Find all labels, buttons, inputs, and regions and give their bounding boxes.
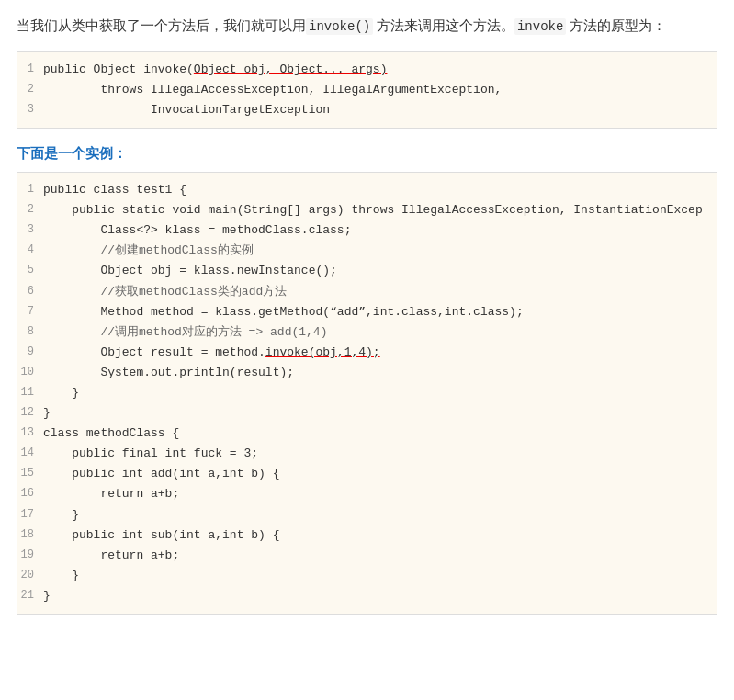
code2-line-5: 5 Object obj = klass.newInstance();	[17, 261, 717, 281]
line-num: 12	[17, 403, 43, 422]
code2-line-13: 13 class methodClass {	[17, 423, 717, 444]
line-content: public static void main(String[] args) t…	[43, 200, 717, 220]
code2-line-12: 12 }	[17, 403, 717, 423]
line-content: //调用method对应的方法 => add(1,4)	[43, 322, 717, 343]
line-content: //获取methodClass类的add方法	[43, 282, 717, 302]
line-num: 7	[17, 302, 43, 321]
code2-line-1: 1 public class test1 {	[17, 180, 717, 200]
code2-line-20: 20 }	[17, 566, 717, 586]
line-num: 3	[17, 100, 43, 119]
code2-line-14: 14 public final int fuck = 3;	[17, 444, 717, 464]
code2-line-3: 3 Class<?> klass = methodClass.class;	[17, 220, 717, 241]
section2-label: 下面是一个实例：	[17, 145, 717, 163]
code-block-1: 1 public Object invoke(Object obj, Objec…	[17, 51, 717, 129]
code2-line-17: 17 }	[17, 505, 717, 525]
line-content: }	[43, 586, 717, 606]
code-line-1-1: 1 public Object invoke(Object obj, Objec…	[17, 60, 717, 80]
intro-text2: 方法来调用这个方法。	[373, 18, 514, 33]
line-num: 21	[17, 586, 43, 604]
line-num: 8	[17, 322, 43, 341]
intro-paragraph: 当我们从类中获取了一个方法后，我们就可以用invoke() 方法来调用这个方法。…	[17, 15, 717, 39]
code-line-1-2: 2 throws IllegalAccessException, Illegal…	[17, 80, 717, 100]
line-num: 10	[17, 363, 43, 381]
code2-line-21: 21 }	[17, 586, 717, 606]
code2-line-18: 18 public int sub(int a,int b) {	[17, 525, 717, 546]
code2-line-10: 10 System.out.println(result);	[17, 363, 717, 383]
line-num: 3	[17, 220, 43, 239]
line-num: 20	[17, 566, 43, 584]
line-content: }	[43, 403, 717, 423]
line-num: 6	[17, 282, 43, 300]
line-content: InvocationTargetException	[43, 100, 717, 120]
line-content: }	[43, 566, 717, 586]
line-content: class methodClass {	[43, 423, 717, 444]
code2-line-19: 19 return a+b;	[17, 546, 717, 566]
line-content: }	[43, 383, 717, 403]
line-num: 9	[17, 343, 43, 361]
line-num: 4	[17, 241, 43, 259]
line-content: }	[43, 505, 717, 525]
intro-text3: 方法的原型为：	[566, 18, 666, 33]
line-num: 2	[17, 200, 43, 219]
intro-code1: invoke()	[306, 18, 373, 35]
line-num: 1	[17, 60, 43, 78]
code-block-2: 1 public class test1 { 2 public static v…	[17, 172, 717, 615]
line-num: 19	[17, 546, 43, 564]
line-num: 16	[17, 484, 43, 502]
line-num: 13	[17, 423, 43, 442]
line-num: 15	[17, 464, 43, 482]
line-content: public class test1 {	[43, 180, 717, 200]
code-line-1-3: 3 InvocationTargetException	[17, 100, 717, 120]
line-num: 5	[17, 261, 43, 279]
intro-code2: invoke	[514, 18, 566, 35]
line-content: Method method = klass.getMethod(“add”,in…	[43, 302, 717, 322]
line-num: 11	[17, 383, 43, 401]
line-content: public int sub(int a,int b) {	[43, 525, 717, 546]
line-num: 1	[17, 180, 43, 198]
code2-line-6: 6 //获取methodClass类的add方法	[17, 282, 717, 302]
line-content: public final int fuck = 3;	[43, 444, 717, 464]
line-content: Object result = method.invoke(obj,1,4);	[43, 343, 717, 363]
line-content: return a+b;	[43, 546, 717, 566]
line-content: Class<?> klass = methodClass.class;	[43, 220, 717, 241]
line-content: Object obj = klass.newInstance();	[43, 261, 717, 281]
line-num: 14	[17, 444, 43, 462]
code2-line-2: 2 public static void main(String[] args)…	[17, 200, 717, 220]
line-content: return a+b;	[43, 484, 717, 504]
line-content: public int add(int a,int b) {	[43, 464, 717, 484]
code2-line-7: 7 Method method = klass.getMethod(“add”,…	[17, 302, 717, 322]
code2-line-9: 9 Object result = method.invoke(obj,1,4)…	[17, 343, 717, 363]
line-num: 2	[17, 80, 43, 98]
line-content: System.out.println(result);	[43, 363, 717, 383]
line-num: 18	[17, 525, 43, 544]
line-num: 17	[17, 505, 43, 524]
intro-text1: 当我们从类中获取了一个方法后，我们就可以用	[17, 18, 306, 33]
code2-line-15: 15 public int add(int a,int b) {	[17, 464, 717, 484]
code2-line-16: 16 return a+b;	[17, 484, 717, 504]
code2-line-11: 11 }	[17, 383, 717, 403]
line-content: //创建methodClass的实例	[43, 241, 717, 261]
code2-line-4: 4 //创建methodClass的实例	[17, 241, 717, 261]
code2-line-8: 8 //调用method对应的方法 => add(1,4)	[17, 322, 717, 343]
line-content: throws IllegalAccessException, IllegalAr…	[43, 80, 717, 100]
line-content: public Object invoke(Object obj, Object.…	[43, 60, 717, 80]
